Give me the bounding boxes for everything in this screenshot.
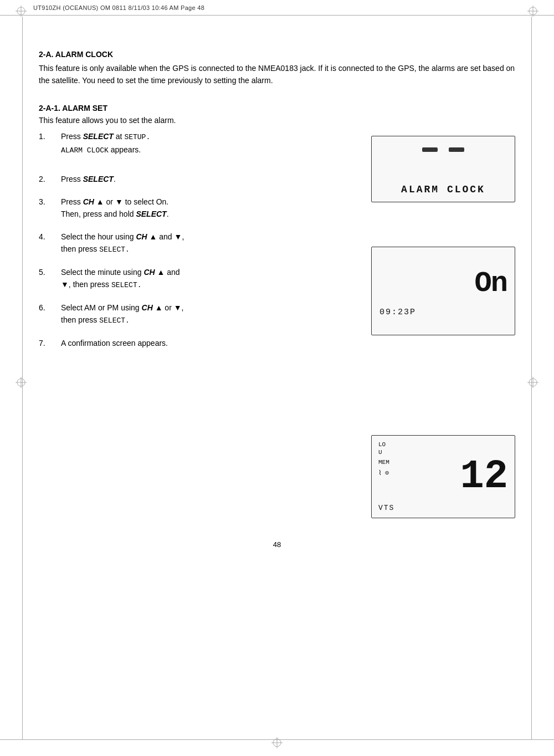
page-footer xyxy=(0,739,554,756)
subsection-intro: This feature allows you to set the alarm… xyxy=(39,116,515,125)
lcd3-u-label: U xyxy=(378,449,412,456)
step-2-text: Press SELECT. xyxy=(61,173,360,185)
step-1-num: 1. xyxy=(39,130,55,157)
lcd3-left-info: LO U MEM ⌇ ⊙ VTS xyxy=(378,441,412,512)
lcd-display-2: On 09:23P xyxy=(371,247,515,335)
content-layout: 1. Press SELECT at SETUP. ALARM CLOCK ap… xyxy=(39,130,515,518)
diagrams-column: ALARM CLOCK On 09:23P LO U MEM xyxy=(371,130,515,518)
steps-column: 1. Press SELECT at SETUP. ALARM CLOCK ap… xyxy=(39,130,360,518)
page-number: 48 xyxy=(39,540,515,549)
section-intro: This feature is only available when the … xyxy=(39,62,515,87)
step-4: 4. Select the hour using CH ▲ and ▼, the… xyxy=(39,231,360,256)
step-7-text: A confirmation screen appears. xyxy=(61,337,360,349)
lcd3-lo-label: LO xyxy=(378,441,412,448)
step-5: 5. Select the minute using CH ▲ and ▼, t… xyxy=(39,266,360,292)
step-5-text: Select the minute using CH ▲ and ▼, then… xyxy=(61,266,360,292)
step-7-num: 7. xyxy=(39,337,55,349)
step-3-num: 3. xyxy=(39,196,55,221)
step-4-text: Select the hour using CH ▲ and ▼, then p… xyxy=(61,231,360,256)
step-1-text: Press SELECT at SETUP. ALARM CLOCK appea… xyxy=(61,130,360,157)
step-3-text: Press CH ▲ or ▼ to select On. Then, pres… xyxy=(61,196,360,221)
step-7: 7. A confirmation screen appears. xyxy=(39,337,360,349)
step-6-num: 6. xyxy=(39,302,55,327)
main-content: 2-A. ALARM CLOCK This feature is only av… xyxy=(39,28,515,734)
step-6: 6. Select AM or PM using CH ▲ or ▼, then… xyxy=(39,302,360,327)
reg-mark-right-mid xyxy=(527,377,538,388)
lcd2-time: 09:23P xyxy=(379,308,416,317)
step-3: 3. Press CH ▲ or ▼ to select On. Then, p… xyxy=(39,196,360,221)
step-2-num: 2. xyxy=(39,173,55,185)
reg-mark-left-mid xyxy=(16,377,27,388)
antenna-icon: ⌇ xyxy=(378,469,382,477)
lcd3-big-number: 12 xyxy=(460,441,508,512)
lcd3-icons-row: MEM xyxy=(378,459,412,466)
lcd2-on-display: On xyxy=(379,264,507,303)
page-header: UT910ZH (OCEANUS) OM 0811 8/11/03 10:46 … xyxy=(0,0,554,16)
lcd3-bottom-label: VTS xyxy=(378,504,412,512)
lcd1-bottom-text: ALARM CLOCK xyxy=(401,184,485,195)
lcd3-icon-symbols: ⌇ ⊙ xyxy=(378,469,412,477)
page-border-right xyxy=(531,17,532,739)
step-6-text: Select AM or PM using CH ▲ or ▼, then pr… xyxy=(61,302,360,327)
lcd1-dash-2 xyxy=(449,147,464,152)
lcd1-dashes xyxy=(422,147,464,152)
clock-icon: ⊙ xyxy=(385,469,389,477)
step-1: 1. Press SELECT at SETUP. ALARM CLOCK ap… xyxy=(39,130,360,157)
lcd2-big-text: On xyxy=(475,269,507,298)
header-text: UT910ZH (OCEANUS) OM 0811 8/11/03 10:46 … xyxy=(33,4,204,11)
lcd-display-1: ALARM CLOCK xyxy=(371,136,515,202)
step-4-num: 4. xyxy=(39,231,55,256)
section-heading: 2-A. ALARM CLOCK xyxy=(39,50,515,59)
subsection-heading: 2-A-1. ALARM SET xyxy=(39,104,515,113)
lcd3-top-labels: LO U MEM ⌇ ⊙ xyxy=(378,441,412,477)
lcd1-dash-1 xyxy=(422,147,438,152)
step-2: 2. Press SELECT. xyxy=(39,173,360,185)
lcd3-mem-label: MEM xyxy=(378,459,389,466)
step-5-num: 5. xyxy=(39,266,55,292)
page-border-left xyxy=(22,17,23,739)
lcd-display-3: LO U MEM ⌇ ⊙ VTS 12 xyxy=(371,435,515,518)
